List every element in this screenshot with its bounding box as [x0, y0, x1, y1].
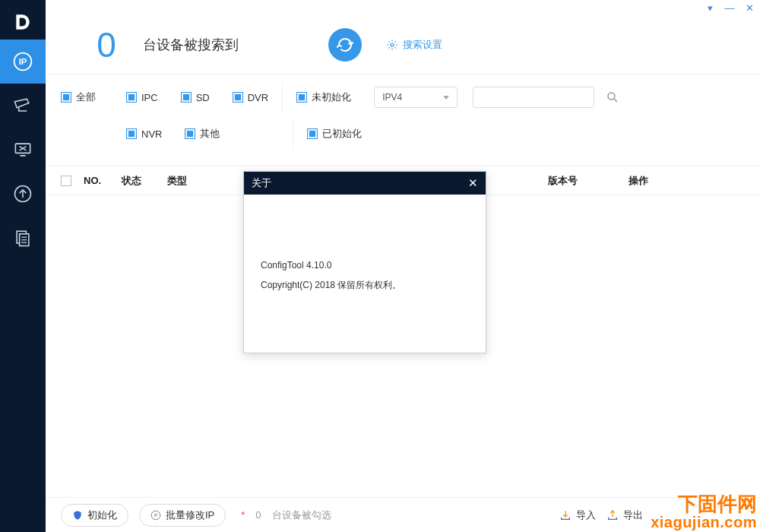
- svg-point-7: [608, 93, 615, 100]
- dialog-title: 关于: [252, 176, 271, 190]
- dropdown-icon[interactable]: ▾: [705, 3, 714, 12]
- col-status: 状态: [122, 174, 167, 188]
- filter-initialized[interactable]: 已初始化: [307, 127, 362, 141]
- ip-icon: IP: [150, 510, 161, 521]
- svg-text:IP: IP: [154, 513, 158, 518]
- search-button[interactable]: [602, 87, 623, 108]
- device-count-label: 台设备被搜索到: [143, 36, 239, 54]
- refresh-button[interactable]: [328, 28, 362, 62]
- refresh-icon: [336, 36, 354, 54]
- col-operate: 操作: [608, 174, 669, 188]
- col-type: 类型: [167, 174, 243, 188]
- selected-label: 台设备被勾选: [272, 508, 331, 522]
- about-product: ConfigTool 4.10.0: [261, 255, 469, 275]
- nav-ip-config[interactable]: IP: [0, 40, 46, 84]
- chevron-down-icon: [443, 96, 449, 100]
- nav-docs[interactable]: [0, 216, 46, 260]
- ip-version-value: IPV4: [382, 92, 402, 103]
- search-settings-link[interactable]: 搜索设置: [386, 38, 442, 52]
- dialog-close-button[interactable]: ✕: [468, 176, 478, 190]
- gear-icon: [386, 39, 398, 51]
- filter-dvr[interactable]: DVR: [233, 92, 268, 103]
- filter-uninitialized[interactable]: 未初始化: [296, 90, 351, 104]
- nav-upgrade[interactable]: [0, 172, 46, 216]
- initialize-button[interactable]: 初始化: [61, 504, 128, 527]
- svg-point-6: [391, 43, 394, 46]
- dialog-body: ConfigTool 4.10.0 Copyright(C) 2018 保留所有…: [244, 195, 486, 296]
- divider: [282, 82, 283, 112]
- close-icon[interactable]: ✕: [745, 3, 754, 12]
- svg-text:IP: IP: [19, 57, 27, 66]
- divider: [293, 119, 293, 149]
- col-version: 版本号: [517, 174, 608, 188]
- search-settings-label: 搜索设置: [403, 38, 442, 52]
- nav-tools[interactable]: [0, 128, 46, 172]
- about-dialog: 关于 ✕ ConfigTool 4.10.0 Copyright(C) 2018…: [243, 171, 486, 353]
- device-count: 0: [84, 24, 129, 65]
- import-button[interactable]: 导入: [559, 508, 596, 522]
- selected-count: 0: [255, 509, 261, 521]
- filter-sd[interactable]: SD: [181, 92, 210, 103]
- batch-modify-ip-button[interactable]: IP 批量修改IP: [139, 504, 226, 527]
- required-star: *: [241, 509, 245, 521]
- filter-other[interactable]: 其他: [185, 127, 220, 141]
- shield-icon: [72, 510, 83, 521]
- filter-ipc[interactable]: IPC: [126, 92, 158, 103]
- dialog-titlebar: 关于 ✕: [244, 172, 486, 195]
- nav-camera[interactable]: [0, 84, 46, 128]
- window-titlebar: ▾ — ✕: [46, 0, 760, 15]
- select-all-checkbox[interactable]: [61, 176, 84, 186]
- filter-all[interactable]: 全部: [61, 90, 96, 104]
- footer-bar: 初始化 IP 批量修改IP * 0 台设备被勾选 导入 导出: [46, 497, 760, 532]
- sidebar: IP: [0, 0, 46, 532]
- minimize-icon[interactable]: —: [725, 3, 734, 12]
- about-copyright: Copyright(C) 2018 保留所有权利。: [261, 275, 469, 295]
- export-icon: [606, 509, 619, 521]
- import-icon: [559, 509, 572, 521]
- filter-bar: 全部 IPC SD DVR 未初始化 IPV4 全部: [46, 74, 760, 166]
- export-button[interactable]: 导出: [606, 508, 643, 522]
- col-no: NO.: [84, 175, 122, 186]
- search-icon: [606, 90, 619, 104]
- search-input[interactable]: [473, 87, 594, 108]
- header: 0 台设备被搜索到 搜索设置: [46, 15, 760, 74]
- filter-nvr[interactable]: NVR: [126, 127, 162, 141]
- ip-version-select[interactable]: IPV4: [374, 87, 458, 108]
- app-logo: [0, 5, 46, 40]
